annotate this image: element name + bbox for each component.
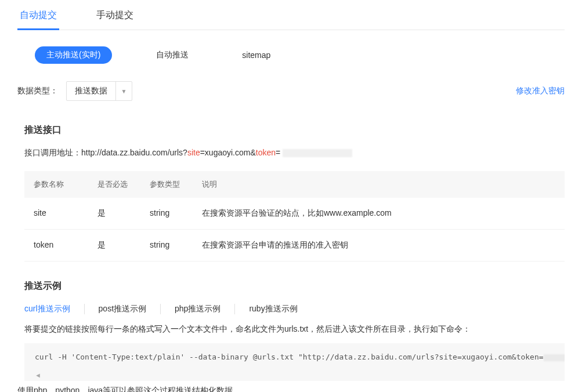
- interface-url-prefix: http://data.zz.baidu.com/urls?: [81, 148, 187, 157]
- params-table: 参数名称 是否必选 参数类型 说明 site 是 string 在搜索资源平台验…: [24, 171, 565, 262]
- subtab-sitemap[interactable]: sitemap: [233, 47, 280, 63]
- sub-tabs: 主动推送(实时) 自动推送 sitemap: [17, 30, 565, 70]
- example-description: 将要提交的链接按照每行一条的格式写入一个文本文件中，命名此文件为urls.txt…: [17, 322, 565, 335]
- td-desc: 在搜索资源平台验证的站点，比如www.example.com: [202, 208, 555, 219]
- datatype-select[interactable]: 推送数据 ▼: [66, 81, 132, 101]
- td-desc: 在搜索资源平台申请的推送用的准入密钥: [202, 240, 555, 251]
- td-name: site: [34, 208, 97, 219]
- datatype-label: 数据类型：: [17, 86, 58, 96]
- interface-url-label: 接口调用地址：: [24, 148, 81, 157]
- code-text: curl -H 'Content-Type:text/plain' --data…: [35, 353, 544, 361]
- th-desc: 说明: [202, 179, 555, 190]
- table-header: 参数名称 是否必选 参数类型 说明: [24, 171, 565, 198]
- td-required: 是: [97, 208, 150, 219]
- table-row: site 是 string 在搜索资源平台验证的站点，比如www.example…: [24, 198, 565, 230]
- chevron-down-icon: ▼: [115, 82, 132, 100]
- top-tabs: 自动提交 手动提交: [17, 0, 565, 30]
- td-type: string: [150, 240, 202, 251]
- datatype-left: 数据类型： 推送数据 ▼: [17, 81, 132, 101]
- th-type: 参数类型: [150, 179, 202, 190]
- interface-url: 接口调用地址：http://data.zz.baidu.com/urls?sit…: [17, 148, 565, 158]
- subtab-auto-push[interactable]: 自动推送: [147, 46, 198, 64]
- param-site-key: site: [187, 148, 200, 157]
- param-token-eq: =: [276, 148, 280, 157]
- example-tab-post[interactable]: post推送示例: [85, 304, 161, 314]
- section-push-example-title: 推送示例: [17, 280, 565, 292]
- td-name: token: [34, 240, 97, 251]
- datatype-select-value: 推送数据: [67, 86, 115, 96]
- modify-key-link[interactable]: 修改准入密钥: [516, 86, 565, 96]
- datatype-row: 数据类型： 推送数据 ▼ 修改准入密钥: [17, 70, 565, 106]
- th-required: 是否必选: [97, 179, 150, 190]
- tab-auto-submit[interactable]: 自动提交: [17, 5, 59, 30]
- th-name: 参数名称: [34, 179, 97, 190]
- param-token-key: token: [256, 148, 276, 157]
- tab-manual-submit[interactable]: 手动提交: [94, 5, 136, 30]
- subtab-active-push[interactable]: 主动推送(实时): [35, 46, 112, 64]
- example-tab-curl[interactable]: curl推送示例: [24, 304, 85, 314]
- code-line: curl -H 'Content-Type:text/plain' --data…: [35, 353, 554, 361]
- section-push-interface-title: 推送接口: [17, 124, 565, 136]
- example-footnote: 使用php、python、java等可以参照这个过程推送结构化数据。: [17, 386, 565, 392]
- code-token-redacted: [544, 354, 565, 361]
- code-block[interactable]: curl -H 'Content-Type:text/plain' --data…: [24, 343, 565, 381]
- td-required: 是: [97, 240, 150, 251]
- token-value-redacted: [283, 149, 352, 157]
- scroll-indicator-left-icon[interactable]: ◄: [35, 372, 554, 379]
- example-tabs: curl推送示例 post推送示例 php推送示例 ruby推送示例: [17, 304, 565, 314]
- table-row: token 是 string 在搜索资源平台申请的推送用的准入密钥: [24, 230, 565, 262]
- param-site-val: =xugaoyi.com&: [200, 148, 256, 157]
- example-tab-php[interactable]: php推送示例: [161, 304, 235, 314]
- example-tab-ruby[interactable]: ruby推送示例: [235, 304, 311, 314]
- td-type: string: [150, 208, 202, 219]
